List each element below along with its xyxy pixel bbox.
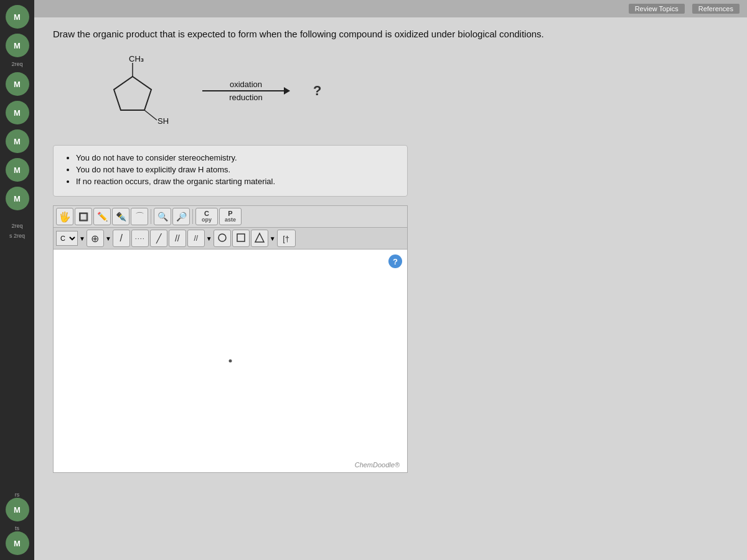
sidebar-badge-m9[interactable]: M <box>6 531 29 555</box>
svg-line-3 <box>144 110 157 120</box>
dotted-bond-button[interactable]: ···· <box>131 230 149 247</box>
sidebar-item-1[interactable]: M <box>0 4 34 30</box>
chemdoodle-watermark: ChemDoodle® <box>355 461 400 469</box>
carbon-selector[interactable]: C N O S <box>56 231 78 246</box>
svg-text:CH₃: CH₃ <box>129 54 144 63</box>
sidebar-label-2req3: s 2req <box>9 233 25 239</box>
instructions-list: You do not have to consider stereochemis… <box>65 153 396 186</box>
sidebar: M M 2req M M M M M 2req s 2req rs M ts M <box>0 0 34 560</box>
bracket-icon: [† <box>283 234 289 243</box>
sidebar-badge-m7[interactable]: M <box>6 187 29 210</box>
hand-icon: 🖐 <box>59 211 71 223</box>
wedge-icon: ╱ <box>156 233 161 243</box>
toolbar-row-1: 🖐 🔲 ✏️ ✒️ ⌒ <box>53 205 408 227</box>
double-bond-button[interactable]: // <box>187 230 205 247</box>
reduction-label: reduction <box>229 93 262 102</box>
zoom-in-icon: 🔍 <box>157 212 168 222</box>
paste-label: P aste <box>225 210 236 223</box>
wedge-2-icon: // <box>175 233 180 243</box>
sidebar-label-2req2: 2req <box>11 223 22 229</box>
hand-tool-button[interactable]: 🖐 <box>56 208 73 225</box>
sidebar-badge-m3[interactable]: M <box>6 72 29 96</box>
single-bond-button[interactable]: / <box>113 230 130 247</box>
toolbar-row-2: C N O S ▼ ⊕ ▼ / ···· <box>53 227 408 249</box>
svg-point-5 <box>218 234 226 241</box>
top-nav: Review Topics References <box>34 0 747 17</box>
plus-icon: ⊕ <box>91 233 99 245</box>
curve-tool-button[interactable]: ⌒ <box>131 208 148 225</box>
bond-dropdown-arrow: ▼ <box>206 235 212 242</box>
wedge-bond-button[interactable]: ╱ <box>150 230 167 247</box>
square-ring-icon <box>235 232 247 245</box>
sidebar-label-2req1: 2req <box>11 61 22 67</box>
svg-rect-6 <box>237 234 245 241</box>
reaction-area: CH₃ SH oxidation reduction ? <box>78 50 728 131</box>
sidebar-item-bottom2[interactable]: ts M <box>0 525 34 556</box>
svg-text:SH: SH <box>157 116 169 126</box>
sidebar-badge-m5[interactable]: M <box>6 129 29 153</box>
lasso-tool-button[interactable]: 🔲 <box>75 208 92 225</box>
paste-button[interactable]: P aste <box>219 208 242 225</box>
question-area: Draw the organic product that is expecte… <box>34 17 747 560</box>
eraser-icon: ✏️ <box>97 212 108 222</box>
square-ring-button[interactable] <box>232 230 250 247</box>
sidebar-badge-m2[interactable]: M <box>6 34 29 57</box>
copy-label: C opy <box>202 210 212 223</box>
sidebar-badge-m4[interactable]: M <box>6 101 29 124</box>
sidebar-badge-m1[interactable]: M <box>6 5 29 29</box>
sidebar-badge-m8[interactable]: M <box>6 498 29 521</box>
single-bond-icon: / <box>120 233 123 244</box>
chemdoodle-area: 🖐 🔲 ✏️ ✒️ ⌒ <box>53 205 408 473</box>
bracket-button[interactable]: [† <box>277 230 296 247</box>
drawing-canvas[interactable]: ? ChemDoodle® <box>53 249 408 473</box>
instruction-3: If no reaction occurs, draw the organic … <box>76 177 396 186</box>
instructions-box: You do not have to consider stereochemis… <box>53 145 408 197</box>
add-button[interactable]: ⊕ <box>87 230 104 247</box>
sidebar-item-7[interactable]: M <box>0 185 34 212</box>
ring-dropdown-arrow: ▼ <box>270 235 276 242</box>
review-topics-button[interactable]: Review Topics <box>629 4 685 14</box>
zoom-in-button[interactable]: 🔍 <box>154 208 171 225</box>
sidebar-item-2req3: s 2req <box>0 233 34 240</box>
molecule-structure: CH₃ SH <box>78 50 184 131</box>
eraser-tool-button[interactable]: ✏️ <box>93 208 111 225</box>
sidebar-item-6[interactable]: M <box>0 157 34 183</box>
pencil-icon: ✒️ <box>116 212 126 222</box>
double-bond-icon: // <box>194 234 198 243</box>
ring-icon <box>217 232 228 245</box>
draw-tool-button[interactable]: ✒️ <box>112 208 129 225</box>
reaction-arrow <box>202 90 289 91</box>
sidebar-item-3[interactable]: M <box>0 71 34 97</box>
main-content: Review Topics References Draw the organi… <box>34 0 747 560</box>
curve-icon: ⌒ <box>135 211 144 223</box>
svg-marker-7 <box>255 233 264 242</box>
plus-dropdown-arrow: ▼ <box>105 235 111 242</box>
copy-button[interactable]: C opy <box>195 208 218 225</box>
triangle-ring-button[interactable] <box>251 230 268 247</box>
dropdown-arrow-icon: ▼ <box>79 235 85 242</box>
sidebar-item-2req2: 2req <box>0 223 34 230</box>
svg-marker-2 <box>114 77 151 110</box>
product-question-mark: ? <box>313 83 321 99</box>
reaction-arrow-container: oxidation reduction <box>196 80 296 102</box>
sidebar-item-bottom1[interactable]: rs M <box>0 492 34 523</box>
triangle-ring-icon <box>254 232 265 245</box>
sidebar-label-s: rs <box>15 492 20 498</box>
instruction-2: You do not have to explicitly draw H ato… <box>76 165 396 174</box>
lasso-icon: 🔲 <box>78 212 88 222</box>
references-button[interactable]: References <box>692 4 740 14</box>
sidebar-badge-m6[interactable]: M <box>6 158 29 182</box>
oxidation-label: oxidation <box>230 80 262 89</box>
sidebar-item-4[interactable]: M <box>0 100 34 126</box>
toolbar-sep-2 <box>192 209 193 224</box>
question-text: Draw the organic product that is expecte… <box>53 29 728 39</box>
zoom-out-icon: 🔎 <box>176 212 187 222</box>
sidebar-item-2req1: 2req <box>0 61 34 68</box>
zoom-out-button[interactable]: 🔎 <box>172 208 190 225</box>
wedge-bond-2-button[interactable]: // <box>169 230 186 247</box>
sidebar-item-5[interactable]: M <box>0 128 34 154</box>
help-button[interactable]: ? <box>388 254 402 268</box>
sidebar-label-ts: ts <box>15 525 19 531</box>
ring-tool-button[interactable] <box>214 230 231 247</box>
sidebar-item-2[interactable]: M <box>0 32 34 58</box>
